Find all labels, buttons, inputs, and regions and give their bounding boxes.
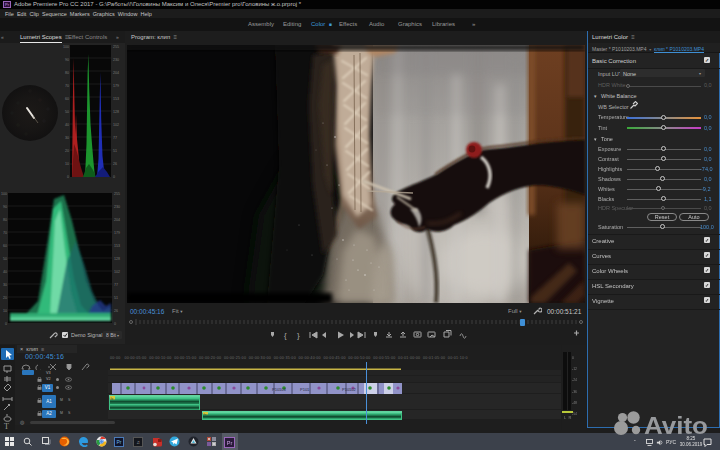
svg-text:70: 70 bbox=[3, 231, 7, 235]
svg-text:T: T bbox=[4, 422, 9, 430]
svg-text:102: 102 bbox=[113, 123, 119, 127]
svg-text:0: 0 bbox=[113, 175, 115, 179]
svg-text:128: 128 bbox=[113, 110, 119, 114]
svg-text:204: 204 bbox=[113, 71, 119, 75]
svg-text:40: 40 bbox=[65, 123, 69, 127]
svg-text:77: 77 bbox=[114, 283, 118, 287]
svg-text:20: 20 bbox=[65, 149, 69, 153]
svg-text:77: 77 bbox=[113, 136, 117, 140]
svg-text:100: 100 bbox=[63, 45, 69, 49]
svg-text:128: 128 bbox=[114, 257, 120, 261]
svg-text:153: 153 bbox=[113, 97, 119, 101]
svg-text:0: 0 bbox=[5, 322, 7, 326]
svg-text:153: 153 bbox=[114, 244, 120, 248]
svg-text:Avito: Avito bbox=[644, 413, 708, 436]
svg-text:51: 51 bbox=[113, 149, 117, 153]
svg-text:60: 60 bbox=[3, 244, 7, 248]
svg-text:102: 102 bbox=[114, 270, 120, 274]
svg-text:80: 80 bbox=[3, 218, 7, 222]
svg-text:10: 10 bbox=[3, 309, 7, 313]
svg-text:50: 50 bbox=[65, 110, 69, 114]
svg-text:50: 50 bbox=[3, 257, 7, 261]
svg-text:P101: P101 bbox=[300, 387, 310, 392]
svg-text:230: 230 bbox=[114, 205, 120, 209]
svg-text:179: 179 bbox=[113, 84, 119, 88]
svg-text:100: 100 bbox=[1, 192, 7, 196]
svg-text:26: 26 bbox=[114, 309, 118, 313]
svg-text:30: 30 bbox=[3, 283, 7, 287]
svg-text:8 Bit: 8 Bit bbox=[106, 332, 117, 338]
svg-text:}: } bbox=[297, 331, 300, 340]
svg-text:26: 26 bbox=[113, 162, 117, 166]
svg-text:204: 204 bbox=[114, 218, 120, 222]
svg-text:10: 10 bbox=[65, 162, 69, 166]
svg-text:0: 0 bbox=[114, 322, 116, 326]
svg-text:60: 60 bbox=[65, 97, 69, 101]
svg-text:80: 80 bbox=[65, 71, 69, 75]
svg-text:20: 20 bbox=[3, 296, 7, 300]
svg-text:51: 51 bbox=[114, 296, 118, 300]
svg-text:{: { bbox=[284, 331, 287, 340]
svg-text:30: 30 bbox=[65, 136, 69, 140]
svg-text:255: 255 bbox=[113, 45, 119, 49]
svg-text:90: 90 bbox=[65, 58, 69, 62]
svg-text:P10102: P10102 bbox=[342, 387, 357, 392]
svg-text:230: 230 bbox=[113, 58, 119, 62]
svg-text:40: 40 bbox=[3, 270, 7, 274]
svg-text:70: 70 bbox=[65, 84, 69, 88]
svg-text:179: 179 bbox=[114, 231, 120, 235]
svg-text:Demo Signal: Demo Signal bbox=[71, 332, 103, 338]
svg-text:90: 90 bbox=[3, 205, 7, 209]
svg-text:255: 255 bbox=[114, 192, 120, 196]
svg-text:P10103: P10103 bbox=[272, 387, 287, 392]
svg-text:▾: ▾ bbox=[117, 333, 119, 338]
svg-text:0: 0 bbox=[67, 175, 69, 179]
